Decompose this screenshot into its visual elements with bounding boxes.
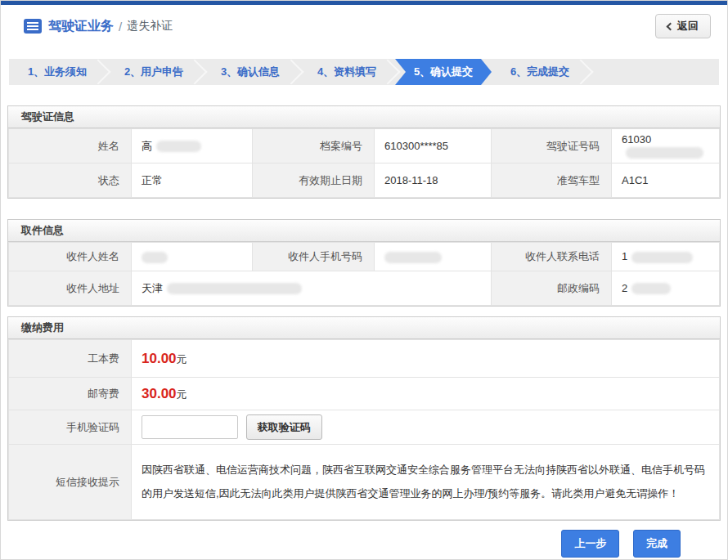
chevron-left-icon — [667, 23, 675, 31]
redacted-recipient-phone — [631, 252, 693, 263]
page-title: 驾驶证业务 — [48, 18, 114, 35]
fees-title: 缴纳费用 — [8, 317, 720, 339]
file-no-label: 档案编号 — [253, 129, 375, 164]
name-label: 姓名 — [9, 129, 132, 164]
table-row: 状态 正常 有效期止日期 2018-11-18 准驾车型 A1C1 — [9, 164, 720, 198]
recipient-phone-value: 1 — [612, 243, 720, 271]
postage-fee-label: 邮寄费 — [9, 378, 132, 410]
name-value: 高 — [132, 129, 253, 164]
redacted-recipient-address — [167, 283, 302, 294]
recipient-phone-label: 收件人联系电话 — [492, 243, 612, 271]
redacted-recipient-name — [142, 252, 168, 263]
production-fee-amount: 10.00 — [142, 351, 177, 366]
production-fee-value: 10.00元 — [132, 340, 720, 378]
file-no-value: 610300****85 — [375, 129, 492, 164]
fee-unit: 元 — [177, 353, 187, 365]
fees-panel: 缴纳费用 工本费 10.00元 邮寄费 30.00元 手机验证码 获取验证码 短… — [7, 316, 721, 521]
recipient-name-label: 收件人姓名 — [9, 243, 132, 271]
vehicle-type-value: A1C1 — [612, 164, 720, 198]
postal-code-value: 2 — [612, 271, 720, 306]
license-info-panel: 驾驶证信息 姓名 高 档案编号 610300****85 驾驶证号码 61030… — [7, 105, 721, 199]
table-row: 工本费 10.00元 — [9, 340, 720, 378]
table-row: 手机验证码 获取验证码 — [9, 410, 720, 445]
production-fee-label: 工本费 — [9, 340, 132, 378]
license-service-icon — [24, 19, 42, 34]
page: 驾驶证业务 / 遗失补证 返回 1、业务须知 2、用户申告 3、确认信息 4、资… — [0, 0, 728, 560]
sms-code-input[interactable] — [142, 415, 238, 439]
license-no-value: 61030 — [612, 129, 720, 164]
get-code-button[interactable]: 获取验证码 — [246, 414, 322, 440]
expiry-value: 2018-11-18 — [375, 164, 492, 198]
step-4-fill-data[interactable]: 4、资料填写 — [299, 59, 395, 85]
table-row: 收件人地址 天津 邮政编码 2 — [9, 271, 720, 306]
step-5-confirm-submit-active[interactable]: 5、确认提交 — [395, 59, 492, 85]
redacted-postal-code — [631, 283, 671, 294]
sms-notice-label: 短信接收提示 — [9, 445, 132, 520]
footer-actions: 上一步 完成 — [1, 521, 727, 558]
postage-fee-value: 30.00元 — [132, 378, 720, 410]
expiry-label: 有效期止日期 — [253, 164, 375, 198]
postage-fee-amount: 30.00 — [142, 386, 177, 401]
table-row: 姓名 高 档案编号 610300****85 驾驶证号码 61030 — [9, 129, 720, 164]
step-6-complete-submit[interactable]: 6、完成提交 — [492, 59, 588, 85]
previous-step-button[interactable]: 上一步 — [561, 530, 619, 558]
recipient-address-label: 收件人地址 — [9, 271, 132, 306]
sms-code-label: 手机验证码 — [9, 410, 132, 445]
breadcrumb-current: 遗失补证 — [127, 19, 173, 34]
table-row: 短信接收提示 因陕西省联通、电信运营商技术问题，陕西省互联网交通安全综合服务管理… — [9, 445, 720, 520]
step-wizard: 1、业务须知 2、用户申告 3、确认信息 4、资料填写 5、确认提交 6、完成提… — [9, 59, 719, 85]
step-1-business-notice[interactable]: 1、业务须知 — [9, 59, 106, 85]
status-value: 正常 — [132, 164, 253, 198]
redacted-name — [156, 141, 201, 152]
sms-code-cell: 获取验证码 — [132, 410, 720, 445]
table-row: 邮寄费 30.00元 — [9, 378, 720, 410]
fees-table: 工本费 10.00元 邮寄费 30.00元 手机验证码 获取验证码 短信接收提示… — [8, 339, 720, 520]
back-button[interactable]: 返回 — [655, 14, 711, 38]
redacted-recipient-mobile — [384, 252, 442, 263]
pickup-info-table: 收件人姓名 收件人手机号码 收件人联系电话 1 收件人地址 天津 邮政编码 2 — [8, 242, 720, 306]
license-info-table: 姓名 高 档案编号 610300****85 驾驶证号码 61030 状态 正常… — [8, 128, 720, 198]
license-info-title: 驾驶证信息 — [8, 106, 720, 128]
recipient-mobile-label: 收件人手机号码 — [253, 243, 375, 271]
status-label: 状态 — [9, 164, 132, 198]
breadcrumb-separator: / — [119, 20, 122, 34]
pickup-info-panel: 取件信息 收件人姓名 收件人手机号码 收件人联系电话 1 收件人地址 天津 邮政… — [7, 219, 721, 307]
recipient-mobile-value — [375, 243, 492, 271]
finish-button[interactable]: 完成 — [633, 530, 681, 558]
page-header: 驾驶证业务 / 遗失补证 返回 — [1, 5, 727, 47]
step-2-user-declaration[interactable]: 2、用户申告 — [106, 59, 202, 85]
vehicle-type-label: 准驾车型 — [492, 164, 612, 198]
back-button-label: 返回 — [677, 19, 699, 34]
postal-code-label: 邮政编码 — [492, 271, 612, 306]
table-row: 收件人姓名 收件人手机号码 收件人联系电话 1 — [9, 243, 720, 271]
redacted-license-no — [626, 147, 703, 159]
pickup-info-title: 取件信息 — [8, 220, 720, 242]
recipient-address-value: 天津 — [132, 271, 492, 306]
license-no-label: 驾驶证号码 — [492, 129, 612, 164]
fee-unit: 元 — [177, 388, 187, 401]
sms-notice-text: 因陕西省联通、电信运营商技术问题，陕西省互联网交通安全综合服务管理平台无法向持陕… — [132, 445, 720, 520]
recipient-name-value — [132, 243, 253, 271]
step-3-confirm-info[interactable]: 3、确认信息 — [202, 59, 299, 85]
